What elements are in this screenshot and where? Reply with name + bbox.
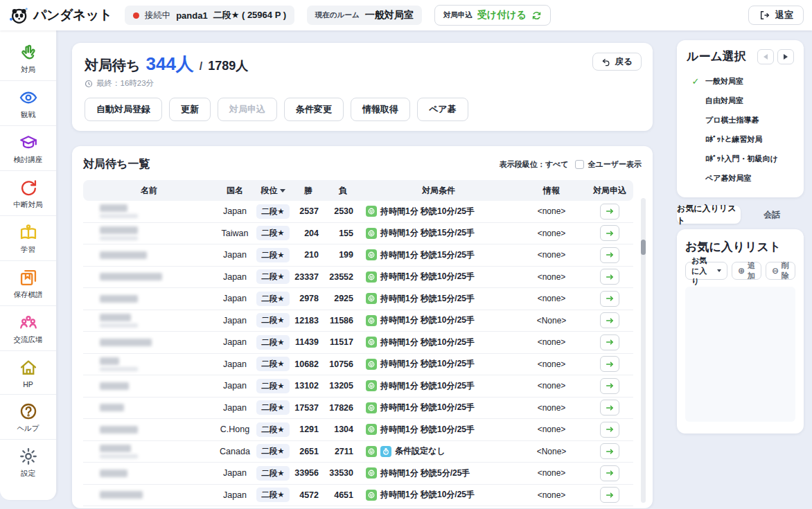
favorites-empty-list: [685, 287, 795, 422]
sidebar-item-設定[interactable]: 設定: [0, 439, 56, 484]
favorites-add-button[interactable]: ⊕ 追加: [732, 262, 761, 280]
info-cell: <none>: [517, 359, 586, 369]
apply-game-button[interactable]: [600, 422, 619, 438]
column-rank-sort[interactable]: 段位: [255, 185, 291, 197]
room-item-ﾛﾎﾞｯﾄ入門・初級向け[interactable]: ﾛﾎﾞｯﾄ入門・初級向け: [687, 149, 794, 168]
player-name-redacted: [100, 382, 129, 390]
favorites-delete-button[interactable]: ⊖ 削除: [766, 262, 795, 280]
table-row: Japan 二段★ 4572 4651 持時間1分 秒読10分/25手 <non…: [83, 485, 633, 507]
wins-cell: 204: [291, 229, 326, 238]
condition-clock-icon: [366, 424, 377, 435]
rank-badge: 二段★: [256, 226, 289, 240]
room-item-一般対局室[interactable]: ✓ 一般対局室: [687, 71, 794, 91]
toolbar-button-情報取得[interactable]: 情報取得: [351, 98, 410, 121]
sidebar-item-検討講座[interactable]: 検討講座: [0, 125, 56, 170]
waiting-list-card: 対局待ち一覧 表示段級位：すべて 全ユーザー表示 名前 国名 段位 勝 負 対局…: [72, 146, 653, 508]
apply-game-button[interactable]: [600, 334, 619, 350]
room-item-ペア碁対局室[interactable]: ペア碁対局室: [687, 168, 794, 188]
scrollbar-thumb[interactable]: [641, 240, 646, 255]
rank-badge: 二段★: [256, 292, 289, 306]
wins-cell: 210: [291, 250, 326, 260]
action-toolbar: 自動対局登録 更新 対局申込 条件変更 情報取得 ペア碁: [85, 98, 640, 121]
apply-game-button[interactable]: [600, 247, 619, 263]
toolbar-button-更新[interactable]: 更新: [169, 98, 211, 121]
apply-game-button[interactable]: [600, 465, 619, 481]
table-row: Japan 二段★ 13102 13205 持時間1分 秒読10分/25手 <n…: [83, 375, 633, 398]
player-name-redacted: [100, 404, 124, 411]
favorites-add-label: 追加: [748, 260, 755, 281]
apply-game-button[interactable]: [600, 291, 619, 307]
condition-clock-icon: [366, 337, 377, 348]
room-item-ﾛﾎﾞｯﾄと練習対局[interactable]: ﾛﾎﾞｯﾄと練習対局: [687, 130, 794, 149]
apply-status-badge[interactable]: 対局申込 受け付ける: [434, 5, 551, 26]
apply-game-button[interactable]: [600, 487, 619, 503]
losses-cell: 2530: [326, 206, 360, 216]
player-name-redacted: [100, 204, 127, 212]
condition-text: 持時間1分 秒読15分/25手: [380, 227, 475, 239]
room-list: ✓ 一般対局室 自由対局室 プロ棋士指導碁 ﾛﾎﾞｯﾄと練習対局 ﾛﾎﾞｯﾄ入門…: [687, 71, 794, 188]
toolbar-button-ペア碁[interactable]: ペア碁: [417, 98, 468, 121]
eye-icon: [18, 87, 39, 108]
exit-room-button[interactable]: 退室: [748, 6, 804, 25]
country-cell: Taiwan: [215, 229, 255, 238]
wins-cell: 1291: [291, 425, 326, 434]
apply-game-button[interactable]: [600, 443, 619, 459]
rank-badge: 二段★: [256, 400, 289, 415]
back-button[interactable]: 戻る: [592, 53, 642, 71]
player-subtext-redacted: [100, 214, 138, 218]
apply-game-button[interactable]: [600, 356, 619, 372]
apply-game-button[interactable]: [600, 225, 619, 241]
room-prev-button[interactable]: [757, 49, 774, 64]
sidebar-item-HP[interactable]: HP: [0, 350, 56, 394]
waiting-list-table: Japan 二段★ 2537 2530 持時間1分 秒読10分/25手 <non…: [83, 201, 633, 506]
sidebar-item-保存棋譜[interactable]: 保存棋譜: [0, 260, 56, 305]
room-item-プロ棋士指導碁[interactable]: プロ棋士指導碁: [687, 110, 794, 130]
apply-game-button[interactable]: [600, 400, 619, 416]
apply-game-button[interactable]: [600, 269, 619, 285]
favorites-dropdown-label: お気に入り: [691, 256, 713, 287]
sidebar-item-観戦[interactable]: 観戦: [0, 80, 56, 125]
table-header-row: 名前 国名 段位 勝 負 対局条件 情報 対局申込: [83, 180, 633, 201]
all-users-checkbox[interactable]: 全ユーザー表示: [575, 159, 642, 170]
sidebar-item-学習[interactable]: 学習: [0, 215, 56, 260]
hand-icon: [18, 42, 39, 63]
losses-cell: 17826: [326, 403, 360, 413]
room-next-button[interactable]: [777, 49, 794, 64]
rank-badge: 二段★: [256, 204, 289, 219]
condition-clock-icon: [366, 467, 377, 479]
toolbar-button-条件変更[interactable]: 条件変更: [284, 98, 344, 121]
player-name-redacted: [100, 339, 152, 346]
chevron-down-icon: [717, 269, 721, 272]
room-item-自由対局室[interactable]: 自由対局室: [687, 91, 794, 110]
sidebar-item-中断対局[interactable]: 中断対局: [0, 170, 56, 215]
graduation-cap-icon: [18, 132, 39, 153]
sidebar-item-ヘルプ[interactable]: ヘルプ: [0, 394, 56, 439]
sidebar-item-対局[interactable]: 対局: [0, 36, 56, 80]
table-row: Canada 二段★ 2651 2711 条件設定なし <None>: [83, 441, 633, 463]
toolbar-button-自動対局登録[interactable]: 自動対局登録: [85, 98, 162, 121]
current-room-label: 現在のルーム: [315, 10, 360, 20]
gear-icon: [18, 446, 39, 467]
left-sidebar: 対局 観戦 検討講座 中断対局 学習 保存棋譜 交流広場 HP ヘルプ 設定: [0, 30, 57, 500]
apply-game-button[interactable]: [600, 204, 619, 220]
apply-game-button[interactable]: [600, 378, 619, 394]
favorites-dropdown[interactable]: お気に入り: [685, 262, 727, 280]
losses-cell: 23552: [326, 272, 360, 282]
apply-game-button[interactable]: [600, 312, 619, 328]
waiting-count: 344人: [145, 52, 193, 76]
condition-text: 持時間1分 秒読10分/25手: [380, 402, 475, 413]
country-cell: Japan: [215, 294, 255, 303]
favorites-tab-会話[interactable]: 会話: [741, 206, 804, 224]
table-scrollbar[interactable]: [641, 198, 646, 503]
logo-text: パンダネット: [33, 6, 112, 24]
checkbox-icon[interactable]: [575, 160, 584, 169]
rank-badge: 二段★: [256, 357, 289, 371]
favorites-tab-お気に入りリスト[interactable]: お気に入りリスト: [677, 206, 741, 224]
waiting-header-card: 対局待ち 344人 / 1789人 最終：16時23分 戻る 自動対局登録 更新…: [72, 43, 653, 131]
wins-cell: 2537: [291, 206, 326, 216]
room-select-title: ルーム選択: [687, 48, 746, 64]
table-row: Taiwan 二段★ 204 155 持時間1分 秒読15分/25手 <none…: [83, 223, 633, 245]
sidebar-item-交流広場[interactable]: 交流広場: [0, 305, 56, 350]
info-cell: <none>: [517, 250, 586, 260]
player-subtext-redacted: [100, 323, 138, 328]
